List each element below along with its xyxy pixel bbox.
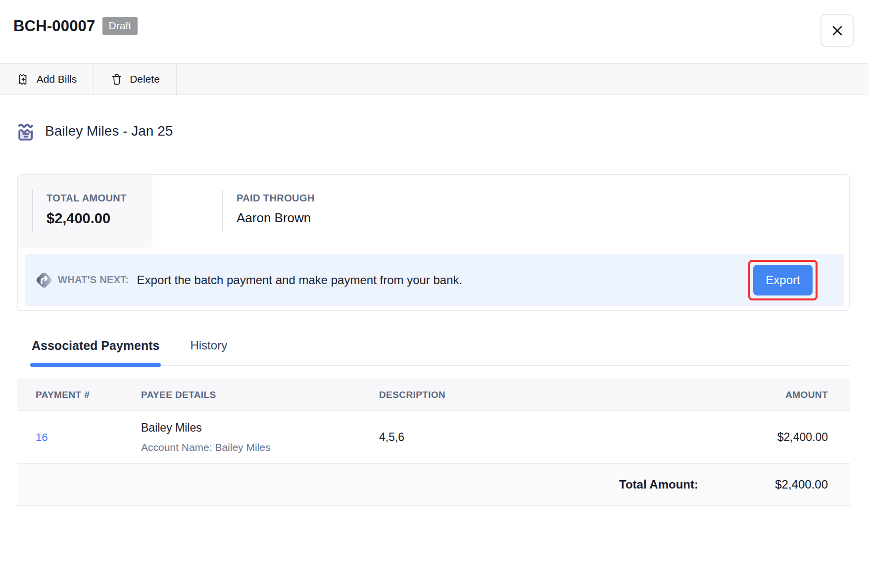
status-badge: Draft	[102, 17, 138, 35]
paid-through-value: Aaron Brown	[237, 210, 315, 226]
export-button[interactable]: Export	[753, 265, 813, 295]
close-icon	[829, 23, 845, 39]
total-amount-stat: TOTAL AMOUNT $2,400.00	[32, 190, 127, 232]
receipt-icon	[15, 120, 37, 142]
payment-number-link[interactable]: 16	[36, 431, 48, 443]
whats-next-label: WHAT'S NEXT:	[58, 274, 129, 286]
table-header-row: PAYMENT # PAYEE DETAILS DESCRIPTION AMOU…	[17, 379, 850, 411]
associated-payments-table: PAYMENT # PAYEE DETAILS DESCRIPTION AMOU…	[17, 379, 850, 506]
column-header-payee-details: PAYEE DETAILS	[141, 390, 379, 400]
page-title: BCH-00007	[13, 17, 96, 35]
column-header-description: DESCRIPTION	[379, 390, 676, 400]
total-amount-value: $2,400.00	[47, 210, 127, 227]
payment-description: 4,5,6	[379, 431, 676, 444]
total-row-amount: $2,400.00	[698, 478, 850, 491]
tab-bar: Associated Payments History	[32, 339, 850, 366]
payee-name: Bailey Miles	[141, 421, 379, 435]
header: BCH-00007 Draft	[13, 17, 138, 35]
delete-label: Delete	[130, 73, 160, 85]
column-header-payment-number: PAYMENT #	[17, 390, 141, 400]
total-amount-label: TOTAL AMOUNT	[47, 193, 127, 204]
payment-amount: $2,400.00	[676, 431, 850, 444]
add-bill-icon	[17, 73, 30, 86]
batch-title-row: Bailey Miles - Jan 25	[15, 120, 173, 142]
column-header-amount: AMOUNT	[676, 390, 850, 400]
delete-button[interactable]: Delete	[94, 64, 177, 95]
paid-through-label: PAID THROUGH	[237, 193, 315, 204]
trash-icon	[110, 73, 123, 86]
table-total-row: Total Amount: $2,400.00	[17, 464, 850, 506]
whats-next-message: Export the batch payment and make paymen…	[137, 273, 463, 287]
table-row[interactable]: 16 Bailey Miles Account Name: Bailey Mil…	[17, 411, 850, 464]
whats-next-banner: WHAT'S NEXT: Export the batch payment an…	[25, 254, 844, 306]
whats-next-icon	[34, 270, 54, 290]
add-bills-label: Add Bills	[37, 73, 77, 85]
export-highlight-box: Export	[748, 260, 818, 300]
tab-history[interactable]: History	[190, 339, 227, 365]
add-bills-button[interactable]: Add Bills	[0, 64, 94, 95]
total-row-label: Total Amount:	[619, 478, 698, 491]
tab-associated-payments[interactable]: Associated Payments	[32, 339, 159, 365]
summary-card: TOTAL AMOUNT $2,400.00 PAID THROUGH Aaro…	[17, 174, 850, 311]
payee-account-name: Account Name: Bailey Miles	[141, 441, 379, 453]
batch-payment-detail-panel: BCH-00007 Draft Add Bills	[0, 0, 869, 588]
toolbar: Add Bills Delete	[0, 63, 869, 95]
close-button[interactable]	[821, 14, 854, 47]
batch-title: Bailey Miles - Jan 25	[45, 123, 173, 139]
paid-through-stat: PAID THROUGH Aaron Brown	[222, 190, 315, 232]
